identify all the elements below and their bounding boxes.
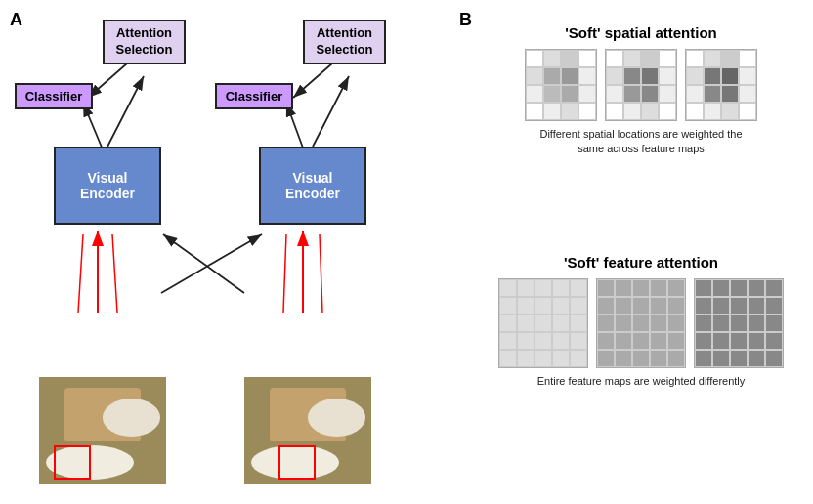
svg-line-14 bbox=[320, 234, 322, 313]
attention-selection-1: AttentionSelection bbox=[103, 20, 186, 64]
soft-feature-title: 'Soft' feature attention bbox=[479, 254, 803, 271]
soft-feature-caption: Entire feature maps are weighted differe… bbox=[479, 374, 803, 389]
food-image-1 bbox=[39, 377, 166, 484]
panel-b: B 'Soft' spatial attention bbox=[459, 10, 803, 494]
svg-line-16 bbox=[163, 234, 244, 293]
spatial-grid-1 bbox=[525, 49, 597, 121]
soft-spatial-caption: Different spatial locations are weighted… bbox=[479, 127, 803, 157]
panel-a: A bbox=[10, 10, 459, 494]
spatial-grid-container-3 bbox=[685, 49, 757, 121]
feature-grid-1 bbox=[498, 278, 588, 368]
feature-grid-2 bbox=[596, 278, 686, 368]
classifier-1: Classifier bbox=[15, 83, 93, 109]
visual-encoder-1: VisualEncoder bbox=[54, 147, 161, 225]
svg-line-15 bbox=[161, 234, 262, 293]
soft-spatial-section: 'Soft' spatial attention bbox=[479, 24, 803, 157]
spatial-grid-3 bbox=[685, 49, 757, 121]
feature-grid-3 bbox=[694, 278, 784, 368]
svg-line-13 bbox=[283, 234, 286, 313]
svg-line-3 bbox=[107, 76, 144, 147]
spatial-grid-container-1 bbox=[525, 49, 597, 121]
spatial-grids-row bbox=[479, 49, 803, 121]
soft-spatial-title: 'Soft' spatial attention bbox=[479, 24, 803, 41]
food-image-2 bbox=[244, 377, 371, 484]
food-image-content-1 bbox=[39, 377, 166, 484]
feature-grid-container-1 bbox=[498, 278, 588, 368]
feature-grids-row bbox=[479, 278, 803, 368]
feature-grid-container-2 bbox=[596, 278, 686, 368]
svg-line-9 bbox=[313, 76, 349, 147]
attention-selection-2: AttentionSelection bbox=[303, 20, 386, 64]
svg-line-7 bbox=[78, 234, 83, 313]
panel-b-label: B bbox=[459, 10, 472, 30]
panel-a-label: A bbox=[10, 10, 22, 30]
spatial-grid-2 bbox=[605, 49, 677, 121]
food-image-content-2 bbox=[244, 377, 371, 484]
feature-grid-container-3 bbox=[694, 278, 784, 368]
svg-line-10 bbox=[293, 63, 332, 98]
spatial-grid-container-2 bbox=[605, 49, 677, 121]
soft-feature-section: 'Soft' feature attention bbox=[479, 254, 803, 389]
diagram-area: A bbox=[10, 10, 459, 494]
svg-line-4 bbox=[88, 63, 127, 98]
classifier-2: Classifier bbox=[215, 83, 293, 109]
svg-line-8 bbox=[112, 234, 117, 313]
visual-encoder-2: VisualEncoder bbox=[259, 147, 366, 225]
